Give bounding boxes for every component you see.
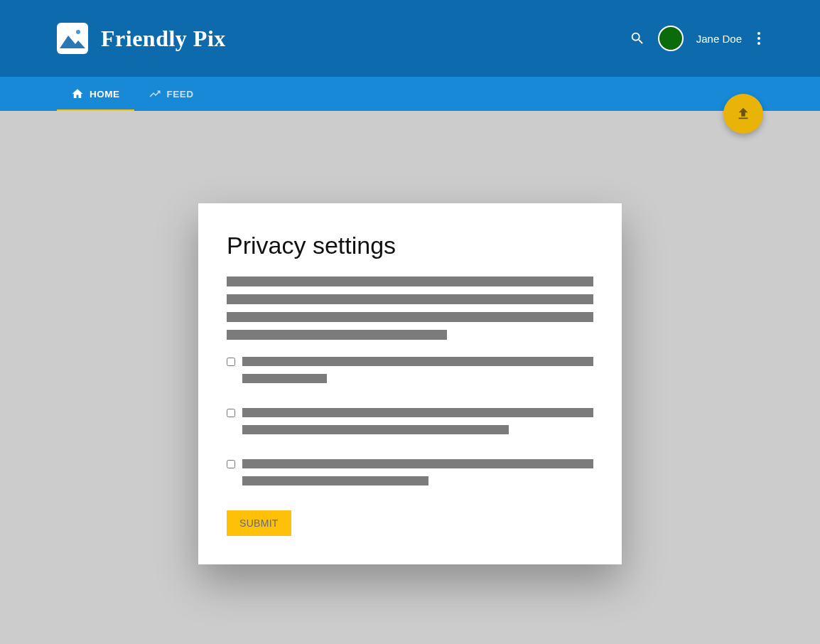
tab-bar: HOME FEED xyxy=(0,77,820,111)
submit-button[interactable]: SUBMIT xyxy=(227,510,291,536)
app-title: Friendly Pix xyxy=(101,26,226,52)
privacy-description xyxy=(227,277,593,340)
app-header: Friendly Pix Jane Doe xyxy=(0,0,820,77)
upload-icon xyxy=(735,106,751,122)
username-label: Jane Doe xyxy=(696,33,742,45)
trending-icon xyxy=(149,87,161,100)
svg-point-1 xyxy=(76,30,80,34)
tab-label: HOME xyxy=(90,89,120,100)
main-content: Privacy settings xyxy=(0,111,820,564)
privacy-settings-card: Privacy settings xyxy=(198,203,622,564)
header-right: Jane Doe xyxy=(630,26,763,51)
tab-home[interactable]: HOME xyxy=(57,77,134,111)
home-icon xyxy=(71,87,84,100)
tab-feed[interactable]: FEED xyxy=(134,77,208,111)
more-menu-icon[interactable] xyxy=(755,29,763,48)
privacy-option-1-text xyxy=(242,357,593,391)
card-title: Privacy settings xyxy=(227,232,593,259)
privacy-option-2-text xyxy=(242,408,593,442)
search-icon[interactable] xyxy=(630,31,645,46)
privacy-option-2 xyxy=(227,408,593,442)
app-logo-icon xyxy=(57,23,88,54)
logo-area: Friendly Pix xyxy=(57,23,226,54)
tab-label: FEED xyxy=(167,89,194,100)
privacy-option-3-text xyxy=(242,459,593,493)
privacy-option-1 xyxy=(227,357,593,391)
privacy-checkbox-1[interactable] xyxy=(227,358,235,366)
privacy-checkbox-2[interactable] xyxy=(227,409,235,417)
user-avatar[interactable] xyxy=(658,26,684,51)
privacy-checkbox-3[interactable] xyxy=(227,460,235,468)
upload-fab[interactable] xyxy=(723,94,763,134)
privacy-option-3 xyxy=(227,459,593,493)
